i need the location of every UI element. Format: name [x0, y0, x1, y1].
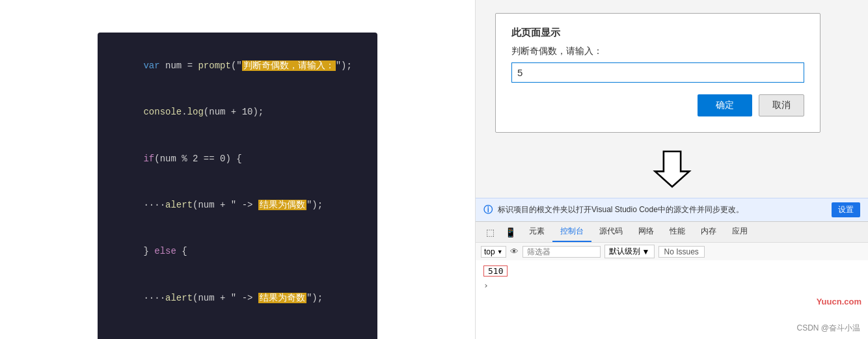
level-selector[interactable]: 默认级别 ▼	[604, 245, 655, 258]
down-arrow-icon	[649, 146, 695, 191]
code-line-3: if(num % 2 == 0) {	[111, 136, 364, 182]
svg-marker-0	[655, 152, 689, 187]
watermark: Yuucn.com	[817, 297, 861, 306]
info-text: 标识项目的根文件夹以打开Visual Studio Code中的源文件并同步更改…	[498, 204, 826, 215]
no-issues-badge: No Issues	[658, 246, 705, 258]
code-line-5: } else {	[111, 229, 364, 275]
info-icon: ⓘ	[483, 204, 493, 216]
csdn-credit: CSDN @奋斗小温	[796, 323, 860, 334]
top-caret-icon: ▼	[497, 249, 503, 255]
output-510: 510	[483, 265, 508, 277]
dialog-input[interactable]	[511, 62, 804, 83]
tab-application[interactable]: 应用	[724, 222, 755, 242]
mobile-icon[interactable]: 📱	[500, 227, 521, 237]
tab-memory[interactable]: 内存	[693, 222, 724, 242]
cancel-button[interactable]: 取消	[759, 94, 804, 116]
code-line-4: ····alert(num + " -> 结果为偶数");	[111, 182, 364, 228]
level-label: 默认级别	[609, 246, 640, 257]
output-prompt: ›	[483, 280, 860, 290]
filter-input[interactable]	[522, 246, 601, 258]
dialog-box: 此页面显示 判断奇偶数，请输入： 确定 取消	[495, 13, 821, 133]
tab-sources[interactable]: 源代码	[591, 222, 631, 242]
inspect-icon[interactable]: ⬚	[481, 227, 500, 237]
tab-console[interactable]: 控制台	[552, 222, 591, 242]
dialog-label: 判断奇偶数，请输入：	[511, 46, 804, 57]
info-bar: ⓘ 标识项目的根文件夹以打开Visual Studio Code中的源文件并同步…	[476, 198, 868, 221]
level-caret-icon: ▼	[642, 247, 650, 256]
settings-button[interactable]: 设置	[832, 202, 860, 217]
right-panel: 此页面显示 判断奇偶数，请输入： 确定 取消 ⓘ 标识项目的根文件夹以打开Vis…	[475, 0, 868, 339]
dialog-title: 此页面显示	[511, 27, 804, 39]
top-selector[interactable]: top ▼	[481, 246, 506, 258]
dialog-area: 此页面显示 判断奇偶数，请输入： 确定 取消	[476, 0, 868, 139]
ok-button[interactable]: 确定	[698, 94, 752, 116]
code-line-6: ····alert(num + " -> 结果为奇数");	[111, 275, 364, 321]
dialog-buttons: 确定 取消	[511, 94, 804, 116]
tab-performance[interactable]: 性能	[662, 222, 693, 242]
top-label: top	[484, 247, 495, 256]
code-line-7: }	[111, 321, 364, 339]
eye-icon[interactable]: 👁	[510, 247, 519, 256]
code-line-1: var num = prompt("判断奇偶数，请输入：");	[111, 43, 364, 89]
code-block: var num = prompt("判断奇偶数，请输入："); console.…	[98, 33, 377, 339]
console-toolbar: top ▼ 👁 默认级别 ▼ No Issues	[476, 242, 868, 260]
tab-network[interactable]: 网络	[631, 222, 662, 242]
devtools-tabs: ⬚ 📱 元素 控制台 源代码 网络 性能 内存 应用	[476, 221, 868, 242]
left-panel: var num = prompt("判断奇偶数，请输入："); console.…	[0, 0, 475, 339]
arrow-area	[476, 139, 868, 198]
tab-elements[interactable]: 元素	[521, 222, 552, 242]
code-line-2: console.log(num + 10);	[111, 89, 364, 135]
